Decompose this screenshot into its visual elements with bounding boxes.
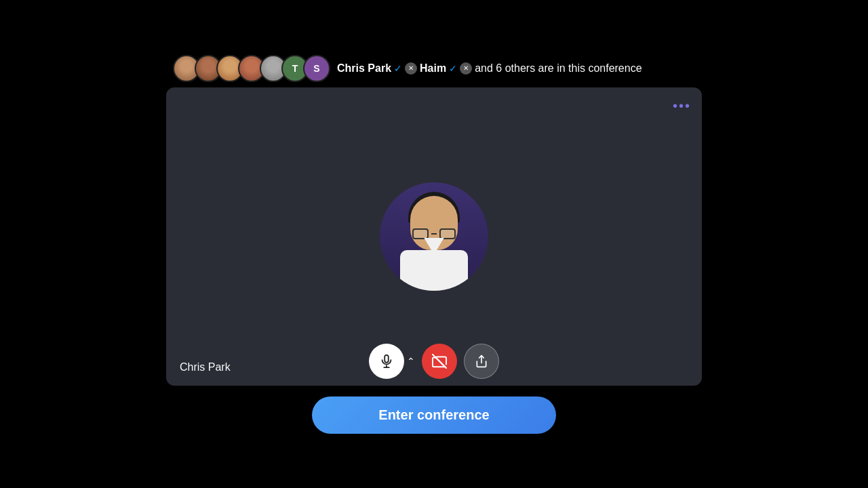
glasses <box>412 228 456 239</box>
avatar-S: S <box>303 55 330 82</box>
header-text: Chris Park ✓ ✕ Haim ✓ ✕ and 6 others are… <box>337 62 642 75</box>
participant2-name: Haim <box>420 62 446 75</box>
participant1-name: Chris Park <box>337 62 391 75</box>
controls-row: ⌃ <box>369 344 499 379</box>
glasses-right <box>439 228 456 239</box>
conference-wrapper: T S Chris Park ✓ ✕ Haim ✓ ✕ and 6 others… <box>166 55 702 434</box>
glasses-left <box>412 228 429 239</box>
mic-chevron-button[interactable]: ⌃ <box>407 356 415 367</box>
participant2-verified-icon: ✓ <box>449 63 457 74</box>
glasses-bridge <box>431 233 436 235</box>
conference-header: T S Chris Park ✓ ✕ Haim ✓ ✕ and 6 others… <box>166 55 702 82</box>
participant1-remove-button[interactable]: ✕ <box>405 62 417 75</box>
svg-rect-0 <box>384 354 389 362</box>
others-text: and 6 others are in this conference <box>475 62 642 75</box>
camera-off-icon <box>432 354 447 369</box>
user-avatar-large <box>380 182 488 291</box>
avatars-row: T S <box>173 55 330 82</box>
mic-group: ⌃ <box>369 344 415 379</box>
share-button[interactable] <box>464 344 499 379</box>
share-icon <box>475 354 488 368</box>
camera-off-button[interactable] <box>422 344 457 379</box>
mic-button[interactable] <box>369 344 404 379</box>
enter-conference-button[interactable]: Enter conference <box>312 396 556 434</box>
body <box>400 250 468 291</box>
mic-icon <box>379 354 394 369</box>
more-options-button[interactable]: ••• <box>673 98 691 114</box>
user-name-label: Chris Park <box>180 361 231 373</box>
participant2-remove-button[interactable]: ✕ <box>460 62 472 75</box>
video-area: ••• Chris Park <box>166 87 702 386</box>
participant1-verified-icon: ✓ <box>394 63 402 74</box>
